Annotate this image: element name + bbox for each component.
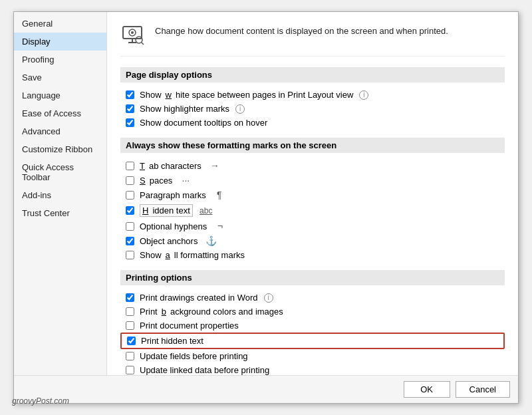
- option-tab-chars: Tab characters →: [120, 158, 505, 173]
- option-print-background: Print background colors and images: [120, 305, 505, 319]
- option-print-properties: Print document properties: [120, 319, 505, 333]
- checkbox-tab-chars[interactable]: [126, 162, 134, 170]
- label-print-hidden-text[interactable]: Print hidden text: [141, 336, 203, 346]
- sidebar-item-trust[interactable]: Trust Center: [14, 204, 106, 222]
- sidebar-item-general[interactable]: General: [14, 15, 106, 33]
- checkbox-update-fields[interactable]: [126, 352, 134, 360]
- option-tooltips: Show document tooltips on hover: [120, 116, 505, 130]
- option-print-hidden-text: Print hidden text: [120, 333, 505, 349]
- label-spaces[interactable]: Spaces: [140, 176, 172, 186]
- label-paragraph-marks[interactable]: Paragraph marks: [140, 190, 206, 200]
- cancel-button[interactable]: Cancel: [456, 381, 510, 398]
- checkbox-object-anchors[interactable]: [126, 237, 134, 245]
- svg-point-2: [131, 31, 134, 34]
- option-all-formatting: Show all formatting marks: [120, 248, 505, 262]
- sidebar-item-advanced[interactable]: Advanced: [14, 122, 106, 140]
- label-white-space[interactable]: Show white space between pages in Print …: [140, 90, 368, 100]
- checkbox-paragraph-marks[interactable]: [126, 191, 134, 200]
- label-tab-chars[interactable]: Tab characters: [140, 161, 201, 171]
- checkbox-spaces[interactable]: [126, 176, 134, 185]
- ok-button[interactable]: OK: [404, 381, 450, 398]
- checkbox-print-drawings[interactable]: [126, 293, 134, 302]
- label-hidden-text[interactable]: Hidden text: [140, 204, 193, 217]
- label-print-background[interactable]: Print background colors and images: [140, 307, 283, 317]
- label-tooltips[interactable]: Show document tooltips on hover: [140, 118, 267, 128]
- sidebar-item-save[interactable]: Save: [14, 69, 106, 86]
- option-hidden-text: Hidden text abc: [120, 202, 505, 219]
- svg-line-6: [142, 43, 144, 45]
- label-print-properties[interactable]: Print document properties: [140, 321, 239, 331]
- dialog-footer: OK Cancel: [14, 375, 518, 403]
- svg-point-5: [136, 37, 142, 43]
- option-spaces: Spaces ···: [120, 173, 505, 188]
- checkbox-white-space[interactable]: [126, 90, 134, 99]
- label-update-fields[interactable]: Update fields before printing: [140, 351, 248, 361]
- label-all-formatting[interactable]: Show all formatting marks: [140, 250, 245, 260]
- symbol-paragraph-marks: ¶: [211, 190, 227, 200]
- sidebar: General Display Proofing Save Language E…: [14, 12, 107, 375]
- label-update-linked[interactable]: Update linked data before printing: [140, 365, 269, 375]
- main-content: Change how document content is displayed…: [107, 12, 518, 375]
- symbol-tab-chars: →: [207, 160, 223, 171]
- sidebar-item-proofing[interactable]: Proofing: [14, 51, 106, 69]
- checkbox-print-hidden-text[interactable]: [127, 337, 136, 345]
- header-description: Change how document content is displayed…: [155, 23, 448, 37]
- sidebar-item-quick-access[interactable]: Quick Access Toolbar: [14, 158, 106, 186]
- option-update-linked: Update linked data before printing: [120, 363, 505, 375]
- label-optional-hyphens[interactable]: Optional hyphens: [140, 221, 207, 231]
- sidebar-item-display[interactable]: Display: [14, 33, 106, 51]
- option-update-fields: Update fields before printing: [120, 349, 505, 363]
- symbol-spaces: ···: [178, 175, 194, 186]
- label-print-drawings[interactable]: Print drawings created in Word i: [140, 293, 273, 303]
- sidebar-item-customize-ribbon[interactable]: Customize Ribbon: [14, 140, 106, 158]
- symbol-optional-hyphens: ¬: [212, 221, 228, 231]
- dialog-body: General Display Proofing Save Language E…: [14, 12, 518, 375]
- info-icon-highlighter[interactable]: i: [235, 104, 245, 114]
- option-white-space: Show white space between pages in Print …: [120, 88, 505, 102]
- option-object-anchors: Object anchors ⚓: [120, 233, 505, 248]
- checkbox-optional-hyphens[interactable]: [126, 222, 134, 231]
- checkbox-all-formatting[interactable]: [126, 251, 134, 259]
- info-icon-white-space[interactable]: i: [359, 90, 368, 100]
- label-highlighter[interactable]: Show highlighter marks i: [140, 104, 245, 114]
- word-options-dialog: General Display Proofing Save Language E…: [13, 11, 519, 404]
- sidebar-item-ease[interactable]: Ease of Access: [14, 104, 106, 122]
- info-icon-print-drawings[interactable]: i: [264, 293, 273, 303]
- checkbox-highlighter[interactable]: [126, 104, 134, 113]
- checkbox-print-properties[interactable]: [126, 321, 134, 330]
- label-object-anchors[interactable]: Object anchors: [140, 236, 198, 246]
- symbol-hidden-text: abc: [198, 206, 214, 215]
- checkbox-update-linked[interactable]: [126, 366, 134, 374]
- checkbox-hidden-text[interactable]: [126, 206, 134, 215]
- sidebar-item-addins[interactable]: Add-ins: [14, 186, 106, 204]
- checkbox-print-background[interactable]: [126, 307, 134, 316]
- printing-section-header: Printing options: [120, 270, 505, 285]
- option-print-drawings: Print drawings created in Word i: [120, 291, 505, 305]
- watermark: groovyPost.com: [12, 396, 69, 406]
- formatting-marks-section-header: Always show these formatting marks on th…: [120, 138, 505, 153]
- option-optional-hyphens: Optional hyphens ¬: [120, 219, 505, 233]
- checkbox-tooltips[interactable]: [126, 118, 134, 127]
- display-icon: [120, 23, 147, 49]
- option-paragraph-marks: Paragraph marks ¶: [120, 188, 505, 202]
- sidebar-item-language[interactable]: Language: [14, 86, 106, 104]
- header-section: Change how document content is displayed…: [120, 23, 505, 57]
- page-display-section-header: Page display options: [120, 67, 505, 82]
- symbol-object-anchors: ⚓: [203, 235, 219, 246]
- option-highlighter: Show highlighter marks i: [120, 102, 505, 116]
